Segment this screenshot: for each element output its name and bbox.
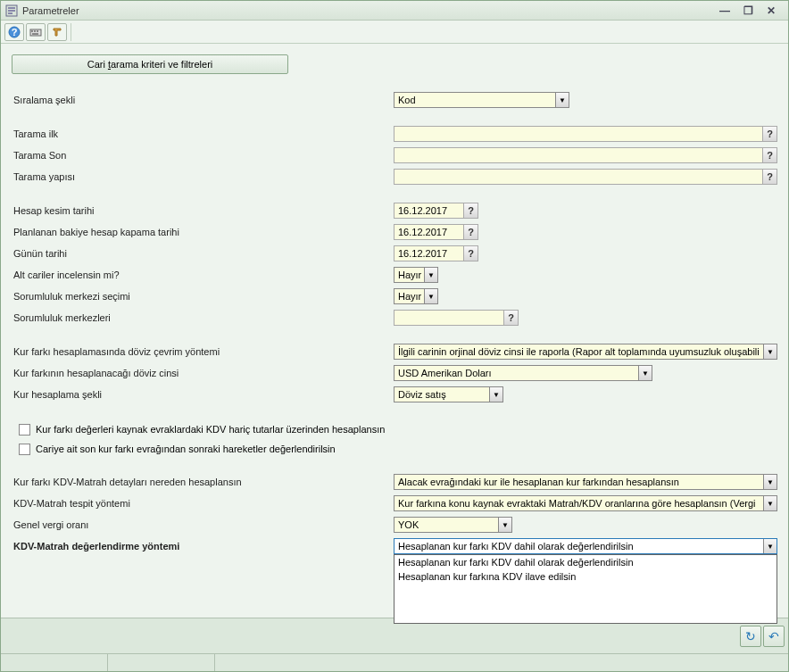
keyboard-tool-button[interactable] [26, 23, 46, 41]
kdv-matrah-eval-label: KDV-Matrah değerlendirme yöntemi [12, 541, 394, 552]
toolbar-separator [71, 23, 71, 41]
scan-last-label: Tarama Son [12, 150, 394, 161]
dropdown-option[interactable]: Hesaplanan kur farkına KDV ilave edilsin [394, 569, 777, 584]
general-tax-rate-select[interactable]: YOK ▼ [394, 517, 512, 533]
minimize-button[interactable]: — [717, 4, 733, 17]
scan-criteria-filter-button[interactable]: Cari tarama kriteri ve filtreleri [12, 54, 288, 74]
scan-struct-input[interactable]: ? [394, 169, 777, 185]
chevron-down-icon[interactable]: ▼ [424, 268, 437, 282]
help-icon[interactable]: ? [503, 311, 518, 325]
chevron-down-icon[interactable]: ▼ [763, 344, 777, 359]
status-cell [108, 654, 215, 671]
resp-centers-label: Sorumluluk merkezleri [12, 312, 394, 323]
settings-tool-button[interactable] [47, 23, 67, 41]
refresh-icon: ↻ [745, 629, 756, 643]
kdv-matrah-method-select[interactable]: Kur farkına konu kaynak evraktaki Matrah… [394, 495, 777, 511]
fx-conv-method-label: Kur farkı hesaplamasında döviz çevrim yö… [12, 346, 394, 357]
help-icon[interactable]: ? [762, 148, 777, 162]
kdv-matrah-eval-dropdown[interactable]: Hesaplanan kur farkı KDV dahil olarak de… [394, 554, 777, 624]
sub-accounts-select[interactable]: Hayır ▼ [394, 267, 438, 283]
account-cutoff-date[interactable]: 16.12.2017 ? [394, 203, 478, 219]
back-button[interactable]: ↶ [763, 626, 785, 647]
after-last-fx-checkbox[interactable] [19, 444, 30, 455]
resp-center-sel-select[interactable]: Hayır ▼ [394, 288, 438, 304]
fx-currency-label: Kur farkının hesaplanacağı döviz cinsi [12, 368, 394, 378]
status-cell [215, 654, 788, 671]
back-icon: ↶ [768, 629, 779, 643]
fx-calc-type-label: Kur hesaplama şekli [12, 389, 394, 400]
restore-button[interactable]: ❐ [740, 4, 756, 17]
dropdown-option[interactable]: Hesaplanan kur farkı KDV dahil olarak de… [394, 555, 777, 569]
planned-close-label: Planlanan bakiye hesap kapama tarihi [12, 227, 394, 237]
status-bar [1, 653, 788, 671]
chevron-down-icon[interactable]: ▼ [638, 366, 652, 380]
chevron-down-icon[interactable]: ▼ [555, 93, 569, 107]
help-icon[interactable]: ? [762, 127, 777, 141]
kdv-matrah-method-label: KDV-Matrah tespit yöntemi [12, 498, 394, 509]
fx-calc-type-select[interactable]: Döviz satış ▼ [394, 386, 503, 402]
help-tool-button[interactable]: ? [4, 23, 24, 41]
svg-rect-9 [37, 30, 38, 32]
scan-struct-label: Tarama yapısı [12, 171, 394, 182]
scan-first-label: Tarama ilk [12, 129, 394, 139]
fx-currency-select[interactable]: USD Amerikan Doları ▼ [394, 365, 652, 381]
general-tax-rate-label: Genel vergi oranı [12, 519, 394, 530]
resp-centers-input[interactable]: ? [394, 310, 519, 326]
svg-rect-10 [32, 33, 38, 35]
chevron-down-icon[interactable]: ▼ [424, 289, 437, 303]
resp-center-sel-label: Sorumluluk merkezi seçimi [12, 291, 394, 302]
close-button[interactable]: ✕ [763, 4, 779, 17]
chevron-down-icon[interactable]: ▼ [489, 387, 502, 402]
scan-last-input[interactable]: ? [394, 147, 777, 163]
content-area: Cari tarama kriteri ve filtreleri Sırala… [1, 44, 788, 618]
account-cutoff-label: Hesap kesim tarihi [12, 205, 394, 216]
titlebar: Parametreler — ❐ ✕ [1, 1, 788, 21]
kdv-matrah-eval-select[interactable]: Hesaplanan kur farkı KDV dahil olarak de… [394, 538, 777, 554]
chevron-down-icon[interactable]: ▼ [763, 475, 777, 489]
help-icon[interactable]: ? [463, 246, 478, 261]
kdv-exclusive-checkbox[interactable] [19, 424, 30, 436]
svg-rect-8 [34, 30, 36, 32]
scan-first-input[interactable]: ? [394, 126, 777, 142]
fx-conv-method-select[interactable]: İlgili carinin orjinal döviz cinsi ile r… [394, 344, 777, 360]
chevron-down-icon[interactable]: ▼ [763, 539, 777, 553]
refresh-button[interactable]: ↻ [740, 626, 761, 647]
toolbar: ? [1, 21, 788, 44]
kdv-exclusive-label: Kur farkı değerleri kaynak evraklardaki … [36, 424, 385, 435]
app-icon [4, 4, 19, 18]
kdv-matrah-src-select[interactable]: Alacak evrağındaki kur ile hesaplanan ku… [394, 474, 777, 490]
today-date[interactable]: 16.12.2017 ? [394, 245, 478, 261]
sort-type-label: Sıralama şekli [12, 95, 394, 105]
help-icon[interactable]: ? [463, 225, 478, 239]
today-date-label: Günün tarihi [12, 248, 394, 259]
window-title: Parametreler [22, 5, 717, 16]
chevron-down-icon[interactable]: ▼ [498, 518, 511, 532]
help-icon[interactable]: ? [762, 170, 777, 184]
svg-rect-3 [8, 12, 12, 14]
svg-rect-1 [8, 7, 15, 9]
chevron-down-icon[interactable]: ▼ [763, 496, 777, 510]
svg-text:?: ? [12, 27, 18, 37]
after-last-fx-label: Cariye ait son kur farkı evrağından sonr… [36, 444, 336, 454]
sub-accounts-label: Alt cariler incelensin mi? [12, 270, 394, 280]
svg-rect-2 [8, 10, 15, 12]
status-cell [1, 654, 108, 671]
help-icon[interactable]: ? [463, 203, 478, 218]
kdv-matrah-src-label: Kur farkı KDV-Matrah detayları nereden h… [12, 477, 394, 487]
sort-type-select[interactable]: Kod ▼ [394, 92, 569, 108]
planned-close-date[interactable]: 16.12.2017 ? [394, 224, 478, 240]
svg-rect-7 [31, 30, 33, 32]
